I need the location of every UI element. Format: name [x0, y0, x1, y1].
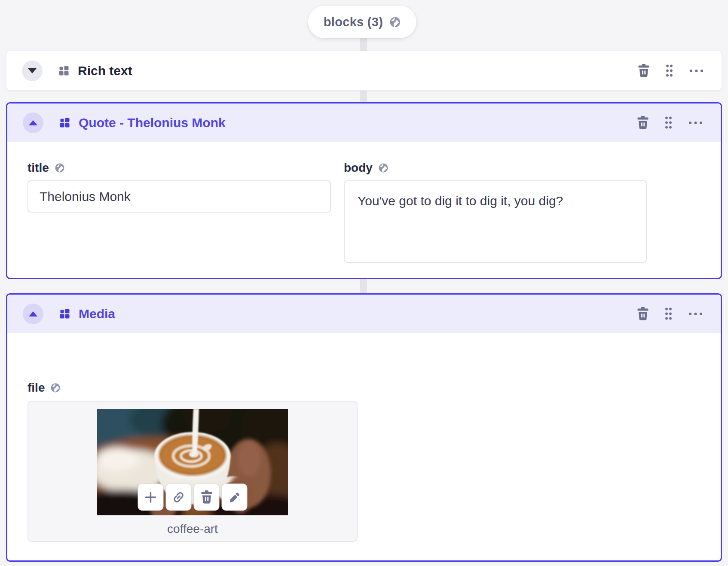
link-icon	[172, 490, 186, 504]
blocks-icon	[60, 118, 70, 128]
more-options-icon	[688, 312, 703, 316]
blocks-count-label: blocks (3)	[324, 15, 383, 29]
chevron-up-icon	[29, 120, 37, 125]
block-connector	[360, 277, 367, 295]
chevron-down-icon	[28, 68, 37, 73]
block-title: Quote - Thelonius Monk	[79, 116, 226, 130]
drag-handle-icon	[666, 64, 673, 77]
more-options-icon	[688, 121, 703, 125]
trash-icon	[638, 64, 649, 77]
body-field-label: body	[344, 161, 373, 175]
block-title: Media	[79, 307, 115, 321]
collapse-block-button[interactable]	[23, 304, 43, 324]
block-row-rich-text[interactable]: Rich text	[6, 51, 722, 91]
drag-handle[interactable]	[665, 116, 672, 129]
block-media: Media	[6, 293, 722, 562]
more-options-button[interactable]	[689, 69, 704, 73]
link-media-button[interactable]	[166, 484, 192, 511]
delete-block-button[interactable]	[638, 64, 649, 77]
blocks-icon	[60, 309, 70, 319]
pencil-icon	[228, 490, 242, 504]
trash-icon	[637, 116, 648, 129]
more-options-button[interactable]	[688, 121, 703, 125]
blocks-count-pill: blocks (3)	[308, 6, 416, 38]
remove-media-button[interactable]	[194, 484, 220, 511]
block-header[interactable]: Media	[7, 295, 721, 333]
expand-block-button[interactable]	[22, 61, 43, 81]
media-upload-card: coffee-art	[28, 401, 358, 542]
trash-icon	[637, 307, 648, 320]
file-field-label: file	[28, 381, 45, 395]
collapse-block-button[interactable]	[23, 113, 43, 133]
drag-handle-icon	[665, 116, 672, 129]
block-quote: Quote - Thelonius Monk	[6, 102, 722, 279]
media-toolbar	[138, 484, 248, 511]
globe-icon	[378, 163, 388, 173]
globe-icon	[389, 16, 401, 28]
title-field-label: title	[28, 161, 49, 175]
drag-handle[interactable]	[666, 64, 673, 77]
delete-block-button[interactable]	[637, 307, 648, 320]
edit-media-button[interactable]	[222, 484, 248, 511]
block-title: Rich text	[78, 64, 132, 78]
add-media-button[interactable]	[138, 484, 164, 511]
trash-icon	[201, 490, 212, 504]
drag-handle[interactable]	[665, 307, 672, 320]
blocks-icon	[59, 66, 69, 76]
title-input[interactable]	[28, 180, 331, 213]
more-options-icon	[689, 69, 704, 73]
drag-handle-icon	[665, 307, 672, 320]
body-textarea[interactable]: You've got to dig it to dig it, you dig?	[344, 180, 647, 263]
media-filename: coffee-art	[28, 522, 357, 536]
delete-block-button[interactable]	[637, 116, 648, 129]
chevron-up-icon	[29, 311, 37, 316]
block-header[interactable]: Quote - Thelonius Monk	[7, 103, 721, 142]
block-connector	[360, 88, 367, 104]
globe-icon	[55, 163, 65, 173]
more-options-button[interactable]	[688, 312, 703, 316]
globe-icon	[50, 383, 61, 393]
plus-icon	[144, 490, 158, 504]
